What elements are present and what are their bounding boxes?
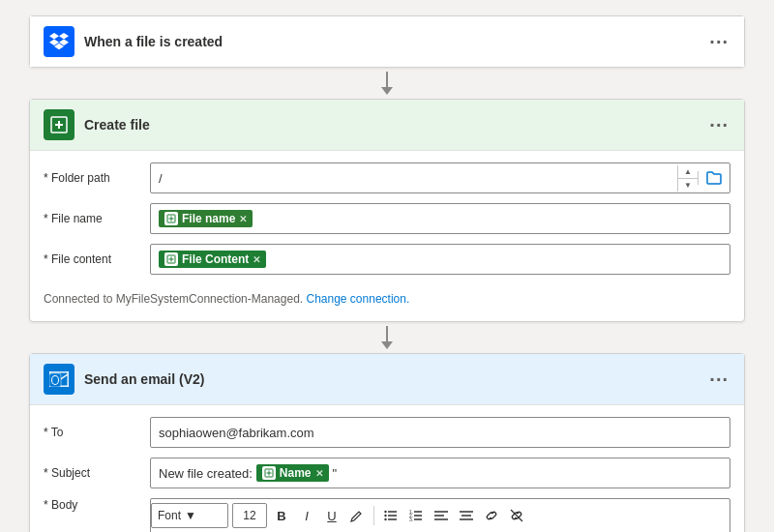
file-name-input[interactable]: File name ✕ bbox=[150, 203, 730, 234]
file-content-label: * File content bbox=[44, 252, 140, 266]
align-center-button[interactable] bbox=[456, 503, 477, 528]
send-email-menu[interactable]: ··· bbox=[707, 369, 730, 389]
file-content-input[interactable]: File Content ✕ bbox=[150, 244, 730, 275]
subject-row: * Subject New file created: bbox=[44, 458, 730, 488]
folder-path-label: * Folder path bbox=[44, 171, 140, 185]
to-row: * To sophiaowen@fabrikam.com bbox=[44, 417, 730, 448]
folder-path-controls: ▲ ▼ bbox=[677, 165, 698, 192]
pen-button[interactable] bbox=[346, 503, 368, 528]
flow-container: When a file is created ··· Create file ·… bbox=[29, 15, 745, 532]
svg-point-19 bbox=[384, 515, 386, 517]
svg-point-17 bbox=[384, 511, 386, 513]
arrow-connector-1 bbox=[381, 68, 393, 99]
subject-label: * Subject bbox=[44, 466, 140, 480]
folder-path-up[interactable]: ▲ bbox=[678, 165, 698, 179]
create-file-icon bbox=[44, 109, 74, 140]
body-label: * Body bbox=[44, 498, 140, 512]
body-row: * Body Font ▼ B I U bbox=[44, 498, 730, 532]
trigger-menu[interactable]: ··· bbox=[707, 32, 730, 51]
file-name-tag-icon bbox=[164, 212, 178, 225]
body-editor[interactable]: Font ▼ B I U bbox=[150, 498, 730, 532]
create-file-body: * Folder path / ▲ ▼ bbox=[30, 151, 744, 321]
folder-path-wrapper: / ▲ ▼ bbox=[150, 163, 730, 193]
arrow-connector-2 bbox=[381, 322, 393, 353]
svg-point-21 bbox=[384, 518, 386, 520]
subject-mixed-field: New file created: Name ✕ bbox=[159, 464, 337, 482]
email-icon bbox=[44, 364, 74, 395]
editor-toolbar: Font ▼ B I U bbox=[151, 499, 729, 532]
unlink-button[interactable] bbox=[506, 503, 527, 528]
ul-button[interactable] bbox=[380, 503, 402, 528]
create-file-menu[interactable]: ··· bbox=[707, 115, 730, 134]
to-label: * To bbox=[44, 426, 140, 439]
folder-path-value: / bbox=[151, 166, 677, 191]
send-email-title: Send an email (V2) bbox=[84, 371, 698, 387]
font-size-input[interactable] bbox=[232, 503, 267, 528]
font-select-chevron: ▼ bbox=[185, 509, 196, 522]
subject-tag-icon bbox=[262, 466, 276, 480]
file-content-row: * File content File Content ✕ bbox=[44, 244, 730, 275]
file-name-row: * File name File name ✕ bbox=[44, 203, 730, 234]
trigger-header: When a file is created ··· bbox=[30, 16, 744, 67]
folder-path-down[interactable]: ▼ bbox=[678, 179, 698, 192]
create-file-title: Create file bbox=[84, 117, 698, 133]
dropbox-icon bbox=[44, 26, 74, 57]
italic-button[interactable]: I bbox=[296, 503, 317, 528]
file-content-tag: File Content ✕ bbox=[159, 251, 266, 268]
align-left-button[interactable] bbox=[431, 503, 452, 528]
link-button[interactable] bbox=[481, 503, 502, 528]
subject-prefix: New file created: bbox=[159, 466, 253, 481]
file-name-tag: File name ✕ bbox=[159, 210, 253, 227]
subject-suffix: " bbox=[333, 466, 338, 481]
svg-point-13 bbox=[52, 376, 58, 384]
send-email-card: Send an email (V2) ··· * To sophiaowen@f… bbox=[29, 353, 745, 532]
font-select[interactable]: Font ▼ bbox=[151, 503, 228, 528]
create-file-header: Create file ··· bbox=[30, 100, 744, 151]
create-file-card: Create file ··· * Folder path / ▲ ▼ bbox=[29, 99, 745, 322]
subject-tag: Name ✕ bbox=[256, 464, 329, 482]
toolbar-sep-1 bbox=[373, 506, 374, 525]
file-content-tag-icon bbox=[164, 252, 178, 266]
to-input[interactable]: sophiaowen@fabrikam.com bbox=[150, 417, 730, 448]
trigger-title: When a file is created bbox=[84, 34, 698, 49]
folder-browse-button[interactable] bbox=[698, 171, 729, 185]
underline-button[interactable]: U bbox=[321, 503, 342, 528]
file-name-label: * File name bbox=[44, 212, 140, 225]
subject-input[interactable]: New file created: Name ✕ bbox=[150, 458, 730, 488]
send-email-body: * To sophiaowen@fabrikam.com * Subject N… bbox=[30, 405, 744, 532]
create-file-connection: Connected to MyFileSystemConnection-Mana… bbox=[44, 284, 730, 310]
folder-path-row: * Folder path / ▲ ▼ bbox=[44, 163, 730, 193]
svg-text:3.: 3. bbox=[409, 517, 413, 521]
file-name-tag-close[interactable]: ✕ bbox=[239, 214, 247, 224]
create-file-change-connection[interactable]: Change connection. bbox=[306, 292, 409, 306]
bold-button[interactable]: B bbox=[271, 503, 292, 528]
send-email-header: Send an email (V2) ··· bbox=[30, 354, 744, 405]
file-content-tag-close[interactable]: ✕ bbox=[253, 254, 260, 265]
ol-button[interactable]: 1. 2. 3. bbox=[405, 503, 427, 528]
subject-tag-close[interactable]: ✕ bbox=[315, 468, 323, 479]
trigger-card: When a file is created ··· bbox=[29, 15, 745, 68]
